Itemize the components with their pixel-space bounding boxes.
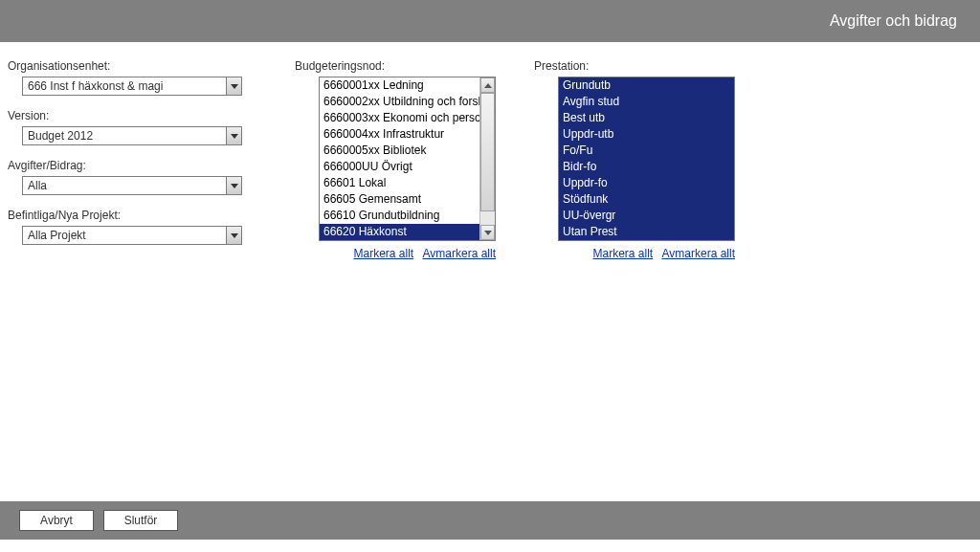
- version-dropdown-value: Budget 2012: [28, 129, 93, 143]
- budget-list-item[interactable]: 6660001xx Ledning: [320, 77, 479, 94]
- prestation-list-item[interactable]: Avgfin stud: [559, 94, 734, 110]
- budget-column: Budgeteringsnod: 6660001xx Ledning666000…: [295, 59, 496, 260]
- budget-select-all-link[interactable]: Markera allt: [353, 247, 413, 260]
- projekt-label: Befintliga/Nya Projekt:: [8, 209, 256, 222]
- scroll-thumb[interactable]: [480, 93, 495, 211]
- prestation-label: Prestation:: [534, 59, 735, 73]
- prestation-list-item[interactable]: Bidr-fo: [559, 159, 734, 175]
- projekt-dropdown[interactable]: Alla Projekt: [22, 226, 242, 245]
- version-label: Version:: [8, 109, 256, 122]
- scrollbar[interactable]: [479, 77, 495, 240]
- scroll-down-button[interactable]: [480, 225, 495, 240]
- budget-list-item[interactable]: 66601 Lokal: [320, 175, 479, 191]
- budget-label: Budgeteringsnod:: [295, 59, 496, 73]
- scroll-up-button[interactable]: [480, 77, 495, 93]
- projekt-dropdown-value: Alla Projekt: [28, 229, 86, 242]
- content-area: Organisationsenhet: 666 Inst f häxkonst …: [0, 42, 980, 501]
- footer-bar: Avbryt Slutför: [0, 501, 980, 540]
- prestation-listbox[interactable]: GrundutbAvgfin studBest utbUppdr-utbFo/F…: [558, 77, 735, 241]
- org-label: Organisationsenhet:: [8, 59, 256, 73]
- chevron-down-icon: [226, 177, 241, 194]
- budget-list-item[interactable]: 666000UU Övrigt: [320, 159, 479, 175]
- scroll-track[interactable]: [480, 93, 495, 225]
- budget-list-item[interactable]: 66605 Gemensamt: [320, 191, 479, 208]
- chevron-down-icon: [226, 127, 241, 144]
- prestation-deselect-all-link[interactable]: Avmarkera allt: [662, 247, 735, 260]
- budget-list-item[interactable]: 66620 Häxkonst: [320, 224, 479, 240]
- cancel-button[interactable]: Avbryt: [19, 510, 94, 531]
- prestation-list-item[interactable]: Best utb: [559, 110, 734, 126]
- prestation-list-item[interactable]: Fo/Fu: [559, 143, 734, 159]
- budget-list-item[interactable]: 6660003xx Ekonomi och personal: [320, 110, 479, 126]
- filter-column: Organisationsenhet: 666 Inst f häxkonst …: [8, 59, 256, 258]
- org-dropdown[interactable]: 666 Inst f häxkonst & magi: [22, 77, 242, 96]
- version-dropdown[interactable]: Budget 2012: [22, 126, 242, 145]
- chevron-down-icon: [226, 227, 241, 244]
- budget-listbox[interactable]: 6660001xx Ledning6660002xx Utbildning oc…: [319, 77, 496, 241]
- finish-button[interactable]: Slutför: [103, 510, 178, 531]
- budget-deselect-all-link[interactable]: Avmarkera allt: [423, 247, 496, 260]
- prestation-list-item[interactable]: Stödfunk: [559, 191, 734, 208]
- prestation-list-item[interactable]: Uppdr-utb: [559, 126, 734, 143]
- avgifter-label: Avgifter/Bidrag:: [8, 159, 256, 172]
- page-title: Avgifter och bidrag: [830, 12, 957, 30]
- prestation-list-item[interactable]: UU-övergr: [559, 208, 734, 224]
- chevron-down-icon: [226, 77, 241, 95]
- prestation-select-all-link[interactable]: Markera allt: [592, 247, 653, 260]
- budget-list-item[interactable]: 6660004xx Infrastruktur: [320, 126, 479, 143]
- budget-list-item[interactable]: 6660002xx Utbildning och forskning: [320, 94, 479, 110]
- prestation-list-item[interactable]: Uppdr-fo: [559, 175, 734, 191]
- org-dropdown-value: 666 Inst f häxkonst & magi: [28, 79, 163, 93]
- budget-list-item[interactable]: 6660005xx Bibliotek: [320, 143, 479, 159]
- budget-list-item[interactable]: 66610 Grundutbildning: [320, 208, 479, 224]
- avgifter-dropdown-value: Alla: [28, 179, 47, 192]
- avgifter-dropdown[interactable]: Alla: [22, 176, 242, 195]
- prestation-list-item[interactable]: Utan Prest: [559, 224, 734, 240]
- prestation-column: Prestation: GrundutbAvgfin studBest utbU…: [534, 59, 735, 260]
- prestation-list-item[interactable]: Grundutb: [559, 77, 734, 94]
- header-bar: Avgifter och bidrag: [0, 0, 980, 42]
